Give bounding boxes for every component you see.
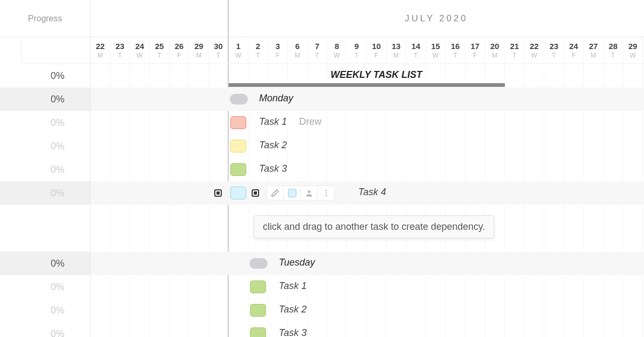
date-number: 17 xyxy=(471,42,480,51)
progress-value: 0% xyxy=(0,252,90,275)
svg-point-3 xyxy=(325,195,327,196)
task-label: Task 2 xyxy=(279,304,307,315)
date-column[interactable]: 9T xyxy=(347,37,367,63)
date-weekday: M xyxy=(492,52,497,59)
date-column[interactable]: 16T xyxy=(446,37,465,63)
date-weekday: T xyxy=(512,52,516,59)
task-row[interactable]: Task 4 xyxy=(91,181,644,205)
task-row[interactable]: Task 1 xyxy=(91,275,644,299)
date-column[interactable]: 23T xyxy=(544,37,564,63)
date-number: 22 xyxy=(96,42,105,51)
date-number: 30 xyxy=(214,42,223,51)
date-column[interactable]: 30T xyxy=(209,37,229,63)
assign-button[interactable] xyxy=(301,186,318,200)
date-number: 8 xyxy=(335,42,339,51)
task-row[interactable]: Task 1Drew xyxy=(91,111,644,134)
date-weekday: M xyxy=(591,52,596,59)
progress-value: 0% xyxy=(0,134,90,158)
date-column[interactable]: 3F xyxy=(268,37,288,63)
day-pill[interactable] xyxy=(249,258,268,269)
date-column[interactable]: 26F xyxy=(170,37,189,63)
task-bar[interactable] xyxy=(230,116,246,129)
gantt-main: JULY 2020 22M23T24W25T26F29M30T1W2T3F6M7… xyxy=(91,0,644,337)
date-weekday: W xyxy=(136,52,142,59)
more-vertical-icon xyxy=(322,189,331,197)
date-weekday: T xyxy=(552,52,556,59)
date-weekday: F xyxy=(374,52,378,59)
date-column[interactable]: 7T xyxy=(308,37,327,63)
date-weekday: W xyxy=(630,52,635,59)
task-bar[interactable] xyxy=(230,140,246,153)
task-row[interactable]: Task 3 xyxy=(91,322,644,337)
date-column[interactable]: 25T xyxy=(150,37,170,63)
date-column[interactable]: 14T xyxy=(406,37,426,63)
date-weekday: T xyxy=(216,52,220,59)
color-button[interactable] xyxy=(284,186,301,200)
task-bar[interactable] xyxy=(250,280,266,293)
date-weekday: M xyxy=(393,52,399,59)
date-column[interactable]: 17F xyxy=(465,37,485,63)
date-column[interactable]: 21T xyxy=(505,37,525,63)
date-column[interactable]: 6M xyxy=(288,37,308,63)
progress-value xyxy=(0,205,90,228)
task-row[interactable]: Task 2 xyxy=(91,299,644,322)
task-bar[interactable] xyxy=(250,327,266,337)
task-row[interactable]: Task 2 xyxy=(91,134,644,158)
date-weekday: T xyxy=(315,52,319,59)
progress-value: 0% xyxy=(0,111,90,134)
task-bar[interactable] xyxy=(230,163,246,176)
task-label: Task 1 xyxy=(259,116,287,127)
date-number: 29 xyxy=(629,42,638,51)
date-column[interactable]: 22M xyxy=(91,37,110,63)
date-number: 23 xyxy=(116,42,125,51)
task-toolbar xyxy=(267,186,335,200)
date-column[interactable]: 13M xyxy=(387,37,406,63)
task-label: Task 2 xyxy=(259,140,287,151)
summary-bar[interactable] xyxy=(229,83,505,87)
date-column[interactable]: 24W xyxy=(130,37,150,63)
edit-button[interactable] xyxy=(267,186,284,200)
dependency-handle-right[interactable] xyxy=(252,189,259,197)
date-column[interactable]: 27M xyxy=(584,37,603,63)
date-column[interactable]: 23T xyxy=(110,37,130,63)
person-icon xyxy=(305,189,313,197)
date-number: 2 xyxy=(256,42,260,51)
date-weekday: T xyxy=(611,52,615,59)
date-column[interactable]: 10F xyxy=(367,37,387,63)
task-label: Task 3 xyxy=(279,327,307,337)
day-pill[interactable] xyxy=(230,94,248,105)
date-weekday: F xyxy=(177,52,181,59)
date-weekday: T xyxy=(256,52,260,59)
day-label: Monday xyxy=(259,93,293,104)
date-column[interactable]: 8W xyxy=(327,37,347,63)
more-button[interactable] xyxy=(318,186,335,200)
date-column[interactable]: 15W xyxy=(426,37,446,63)
date-number: 29 xyxy=(195,42,204,51)
date-weekday: F xyxy=(276,52,279,59)
date-number: 10 xyxy=(372,42,381,51)
date-number: 25 xyxy=(155,42,164,51)
progress-value xyxy=(0,228,90,252)
date-column[interactable]: 20M xyxy=(485,37,505,63)
color-swatch-icon xyxy=(288,189,296,197)
dependency-handle-left[interactable] xyxy=(214,189,222,197)
date-number: 6 xyxy=(295,42,300,51)
date-number: 22 xyxy=(530,42,539,51)
date-number: 1 xyxy=(236,42,240,51)
date-weekday: W xyxy=(334,52,340,59)
task-row[interactable]: Task 3 xyxy=(91,158,644,181)
progress-value: 0% xyxy=(0,87,90,111)
date-column[interactable]: 22W xyxy=(525,37,544,63)
task-bar[interactable] xyxy=(230,187,246,199)
task-bar[interactable] xyxy=(250,304,266,317)
date-weekday: W xyxy=(432,52,438,59)
date-column[interactable]: 29M xyxy=(189,37,209,63)
date-column[interactable]: 29W xyxy=(623,37,643,63)
date-column[interactable]: 1W xyxy=(229,37,248,63)
date-number: 9 xyxy=(355,42,359,51)
date-column[interactable]: 24F xyxy=(564,37,584,63)
date-column[interactable]: 2T xyxy=(248,37,268,63)
date-weekday: W xyxy=(235,52,241,59)
date-column[interactable]: 28T xyxy=(603,37,623,63)
task-label: Task 3 xyxy=(259,163,287,174)
